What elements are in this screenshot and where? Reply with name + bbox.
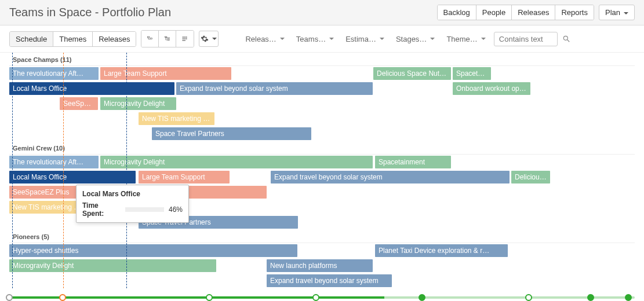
search-input[interactable] [494, 32, 558, 46]
nav-backlog[interactable]: Backlog [438, 5, 476, 20]
timeline-row: Local Mars OfficeExpand travel beyond so… [9, 81, 635, 96]
tab-themes[interactable]: Themes [53, 32, 93, 46]
svg-rect-2 [165, 36, 167, 37]
timeline-bar[interactable]: Large Team Support [100, 67, 231, 80]
hierarchy-icon[interactable] [141, 31, 159, 47]
timeline-bar[interactable]: Delicious Space Nutr… [373, 67, 451, 80]
tooltip-label: Time Spent: [82, 201, 121, 218]
timeline-bar[interactable]: Microgravity Delight [100, 97, 176, 110]
layout-icons [141, 30, 194, 47]
tab-schedule[interactable]: Schedule [10, 32, 53, 46]
today-marker-line [63, 53, 64, 288]
filter-releases[interactable]: Releas… [242, 32, 288, 46]
slider-handle[interactable] [419, 294, 425, 301]
svg-rect-9 [184, 38, 185, 39]
tooltip-title: Local Mars Office [82, 190, 183, 198]
slider-handle[interactable] [206, 294, 213, 301]
plan-dropdown[interactable]: Plan [599, 5, 635, 20]
timeline-bar[interactable]: New TIS marketing c… [9, 201, 85, 214]
chevron-down-icon [280, 38, 285, 42]
timeline-bar[interactable]: Microgravity Delight [100, 156, 373, 168]
timeline-row: Space Travel Partners [9, 126, 635, 141]
group-header: Space Champs (11) [9, 53, 635, 66]
timeline-bar[interactable]: SeeSpa… [60, 97, 98, 110]
slider-handle[interactable] [312, 294, 319, 301]
timeline-bar[interactable]: Local Mars Office [9, 82, 174, 95]
svg-line-14 [567, 40, 570, 42]
svg-rect-12 [184, 40, 185, 41]
svg-rect-6 [184, 36, 185, 37]
page-title: Teams in Space - Portfolio Plan [9, 6, 171, 19]
timeline-bar[interactable]: Deliciou… [511, 171, 550, 183]
timeline-bar[interactable]: Onboard workout opt… [453, 82, 530, 95]
timeline-bar[interactable]: Expand travel beyond solar system [271, 171, 510, 183]
start-marker-line [12, 53, 13, 288]
timeline-bar[interactable]: Planet Taxi Device exploration & r… [375, 244, 508, 257]
svg-rect-7 [186, 36, 187, 37]
svg-rect-1 [151, 38, 152, 39]
gear-icon [201, 35, 209, 43]
timeline-bar[interactable]: Spacetai… [453, 67, 491, 80]
svg-rect-5 [183, 36, 184, 37]
chevron-down-icon [380, 38, 384, 42]
timeline-bar[interactable]: Space Travel Partners [152, 127, 311, 140]
timeline-row: The revolutionary Aft…Large Team Support… [9, 66, 635, 81]
header-actions: Backlog People Releases Reports Plan [437, 5, 635, 20]
filter-themes[interactable]: Theme… [443, 32, 489, 46]
chevron-down-icon [329, 38, 334, 42]
timeline-row: New TIS marketing c… [9, 111, 635, 126]
timeline-row: The revolutionary Aft…Microgravity Delig… [9, 155, 635, 170]
svg-rect-10 [186, 38, 187, 39]
selection-marker-line [126, 53, 127, 288]
timeline-bar[interactable]: The revolutionary Aft… [9, 67, 99, 80]
timeline-bar[interactable]: Local Mars Office [9, 171, 136, 183]
timeline-bar[interactable]: New launch platforms [267, 259, 373, 272]
timeline-bar[interactable]: Hyper-speed shuttles [9, 244, 297, 257]
timeline-bar[interactable]: Microgravity Delight [9, 259, 216, 272]
slider-handle[interactable] [587, 294, 594, 301]
timeline-slider[interactable] [9, 291, 635, 301]
tab-releases[interactable]: Releases [93, 32, 136, 46]
chevron-down-icon [481, 38, 486, 42]
filter-stages[interactable]: Stages… [392, 32, 438, 46]
group-header: Gemini Crew (10) [9, 141, 635, 155]
hierarchy-expanded-icon[interactable] [159, 31, 176, 47]
svg-point-13 [563, 36, 567, 40]
chevron-down-icon [430, 38, 435, 42]
timeline-row: Expand travel beyond solar system [9, 273, 635, 288]
page-header: Teams in Space - Portfolio Plan Backlog … [0, 0, 644, 25]
nav-releases[interactable]: Releases [512, 5, 555, 20]
timeline-bar[interactable]: The revolutionary Aft… [9, 156, 99, 168]
group-header: Pioneers (5) [9, 230, 635, 243]
filter-estimates[interactable]: Estima… [342, 32, 388, 46]
nav-reports[interactable]: Reports [555, 5, 594, 20]
timeline-board: Space Champs (11)The revolutionary Aft…L… [0, 53, 644, 288]
search-icon[interactable] [562, 35, 570, 43]
svg-rect-11 [183, 40, 184, 41]
timeline-bar[interactable]: Expand travel beyond solar system [267, 274, 392, 287]
filter-teams[interactable]: Teams… [293, 32, 337, 46]
tooltip-progress [125, 207, 164, 212]
svg-rect-8 [183, 38, 184, 39]
slider-track [9, 296, 635, 299]
timeline-row: Local Mars OfficeLarge Team SupportExpan… [9, 170, 635, 185]
timeline-row: Hyper-speed shuttlesPlanet Taxi Device e… [9, 243, 635, 258]
svg-rect-3 [168, 38, 170, 38]
timeline-bar[interactable]: Spacetainment [375, 156, 451, 168]
toolbar: Schedule Themes Releases Releas… Teams… … [0, 25, 644, 53]
svg-rect-0 [148, 36, 150, 38]
slider-handle[interactable] [6, 294, 13, 301]
timeline-row: Microgravity DelightNew launch platforms [9, 258, 635, 273]
slider-handle[interactable] [59, 294, 66, 301]
timeline-bar[interactable]: Large Team Support [139, 171, 230, 183]
timeline-bar[interactable]: New TIS marketing c… [139, 112, 214, 125]
settings-dropdown[interactable] [199, 31, 219, 47]
view-tabs: Schedule Themes Releases [9, 31, 136, 47]
grid-icon[interactable] [176, 31, 194, 47]
slider-handle[interactable] [625, 294, 632, 301]
timeline-bar[interactable]: Expand travel beyond solar system [176, 82, 373, 95]
nav-people[interactable]: People [476, 5, 512, 20]
timeline-bar[interactable]: SeeSpaceEZ Plus [9, 186, 85, 199]
slider-handle[interactable] [525, 294, 532, 301]
svg-rect-4 [168, 39, 170, 40]
